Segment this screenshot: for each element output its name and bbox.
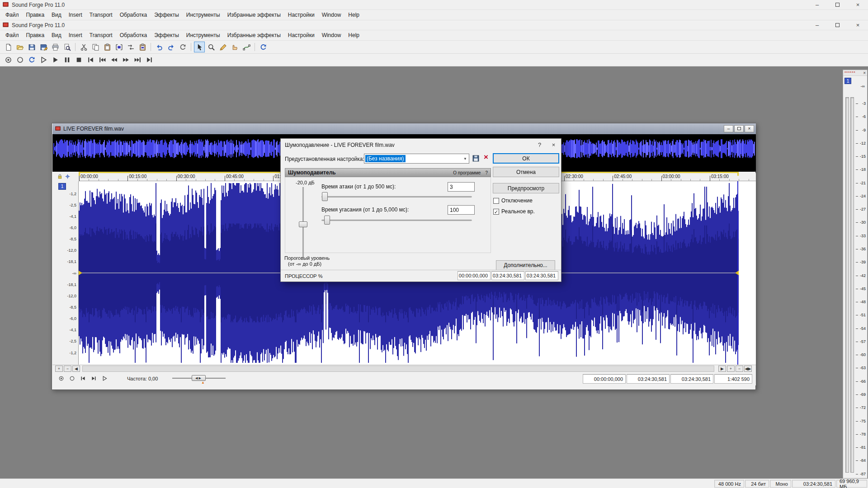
repeat-icon[interactable] — [177, 42, 188, 52]
section-help-button[interactable]: ? — [485, 170, 488, 175]
doc-time-field[interactable]: 03:24:30,581 — [627, 374, 670, 384]
threshold-slider-thumb[interactable] — [299, 221, 307, 227]
new-file-icon[interactable] — [3, 42, 14, 52]
menu-item-11[interactable]: Help — [344, 10, 363, 19]
preset-combobox[interactable]: (Без названия) ▼ — [364, 154, 469, 164]
close-button[interactable]: × — [848, 0, 868, 9]
arm-record-icon[interactable] — [69, 375, 75, 382]
cut-icon[interactable] — [78, 42, 89, 52]
refresh-icon[interactable] — [258, 42, 269, 52]
release-input[interactable] — [448, 205, 475, 215]
menu-item-5[interactable]: Обработка — [116, 31, 151, 40]
menu-item-1[interactable]: Правка — [23, 10, 48, 19]
zoom-scroll-button[interactable]: ◀ — [72, 366, 80, 372]
doc-time-field[interactable]: 03:24:30,581 — [670, 374, 713, 384]
lock-icon[interactable] — [57, 174, 63, 181]
menu-item-8[interactable]: Избранные эффекты — [224, 31, 284, 40]
paste-special-icon[interactable] — [137, 42, 148, 52]
mix-icon[interactable] — [125, 42, 136, 52]
delete-preset-icon[interactable]: × — [484, 153, 488, 162]
zoom-scroll-button[interactable]: − — [736, 366, 743, 372]
minimize-button[interactable]: – — [807, 0, 827, 9]
menu-item-4[interactable]: Transport — [86, 10, 116, 19]
go-to-start-icon[interactable] — [85, 55, 96, 66]
track-number-badge[interactable]: 1 — [58, 183, 66, 190]
document-titlebar[interactable]: LIVE FOREVER film.wav – × — [52, 123, 756, 134]
doc-minimize-button[interactable]: – — [724, 125, 733, 132]
redo-icon[interactable] — [165, 42, 176, 52]
menu-item-9[interactable]: Настройки — [284, 10, 318, 19]
render-as-icon[interactable] — [38, 42, 49, 52]
play-all-icon[interactable] — [38, 55, 49, 66]
record-icon[interactable] — [3, 55, 14, 66]
dialog-time-field[interactable]: 03:24:30,581 — [491, 271, 524, 280]
record-icon[interactable] — [58, 375, 65, 382]
zoom-scroll-button[interactable]: + — [55, 366, 63, 372]
menu-item-9[interactable]: Настройки — [284, 31, 318, 40]
attack-slider-thumb[interactable] — [322, 192, 328, 201]
pause-icon[interactable] — [61, 55, 72, 66]
magnify-tool-icon[interactable] — [206, 42, 217, 52]
menu-item-3[interactable]: Insert — [65, 10, 86, 19]
menu-item-3[interactable]: Insert — [65, 31, 86, 40]
horizontal-scrollbar[interactable] — [82, 366, 714, 372]
zoom-scroll-button[interactable]: ▶ — [718, 366, 726, 372]
cancel-button[interactable]: Отмена — [493, 167, 559, 177]
meter-close-button[interactable]: × — [863, 70, 866, 76]
rate-slider[interactable]: ◀▶ ▲ — [172, 375, 226, 383]
paste-icon[interactable] — [102, 42, 113, 52]
menu-item-7[interactable]: Инструменты — [183, 10, 224, 19]
advanced-button[interactable]: Дополнительно... — [496, 260, 555, 270]
save-file-icon[interactable] — [26, 42, 37, 52]
snap-icon[interactable] — [65, 174, 71, 181]
zoom-scroll-button[interactable]: − — [64, 366, 71, 372]
undo-icon[interactable] — [154, 42, 165, 52]
envelope-tool-icon[interactable] — [241, 42, 252, 52]
menu-item-0[interactable]: Файл — [2, 10, 23, 19]
arm-record-icon[interactable] — [14, 55, 25, 66]
preview-button[interactable]: Предпросмотр — [493, 183, 559, 193]
maximize-button[interactable] — [827, 20, 848, 30]
previous-marker-icon[interactable] — [97, 55, 108, 66]
menu-item-10[interactable]: Window — [318, 10, 345, 19]
minimize-button[interactable]: – — [807, 20, 827, 30]
stop-icon[interactable] — [73, 55, 84, 66]
pencil-tool-icon[interactable] — [217, 42, 228, 52]
dialog-close-button[interactable]: × — [547, 139, 560, 151]
bypass-checkbox[interactable]: Отключение — [493, 197, 533, 204]
doc-restore-button[interactable] — [734, 125, 744, 132]
go-to-start-icon[interactable] — [80, 375, 86, 382]
event-tool-icon[interactable] — [229, 42, 240, 52]
dialog-time-field[interactable]: 00:00:00,000 — [458, 271, 491, 280]
dialog-time-field[interactable]: 03:24:30,581 — [525, 271, 558, 280]
chevron-down-icon[interactable]: ▼ — [463, 154, 467, 163]
doc-time-field[interactable]: 1:402 590 — [714, 374, 752, 384]
trim-icon[interactable] — [113, 42, 124, 52]
menu-item-8[interactable]: Избранные эффекты — [224, 10, 284, 19]
menu-item-2[interactable]: Вид — [48, 31, 65, 40]
forward-icon[interactable] — [120, 55, 131, 66]
menu-item-0[interactable]: Файл — [2, 31, 23, 40]
close-button[interactable]: × — [848, 20, 868, 30]
edit-tool-icon[interactable] — [194, 42, 205, 52]
preview-icon[interactable] — [61, 42, 72, 52]
realtime-checkbox[interactable]: ✓ Реальное вр. — [493, 208, 535, 215]
menu-item-7[interactable]: Инструменты — [183, 31, 224, 40]
menu-item-10[interactable]: Window — [318, 31, 345, 40]
menu-item-11[interactable]: Help — [344, 31, 363, 40]
dialog-help-button[interactable]: ? — [533, 139, 546, 151]
menu-item-4[interactable]: Transport — [86, 31, 116, 40]
go-to-end-icon[interactable] — [144, 55, 155, 66]
doc-close-button[interactable]: × — [745, 125, 754, 132]
maximize-button[interactable] — [827, 0, 848, 9]
rewind-icon[interactable] — [108, 55, 119, 66]
ok-button[interactable]: ОК — [493, 153, 559, 164]
menu-item-2[interactable]: Вид — [48, 10, 65, 19]
release-slider[interactable] — [321, 216, 472, 225]
attack-input[interactable] — [448, 182, 475, 192]
menu-item-6[interactable]: Эффекты — [151, 31, 183, 40]
open-file-icon[interactable] — [14, 42, 25, 52]
save-preset-icon[interactable] — [472, 155, 480, 164]
play-all-icon[interactable] — [101, 375, 108, 382]
loop-playback-icon[interactable] — [26, 55, 37, 66]
